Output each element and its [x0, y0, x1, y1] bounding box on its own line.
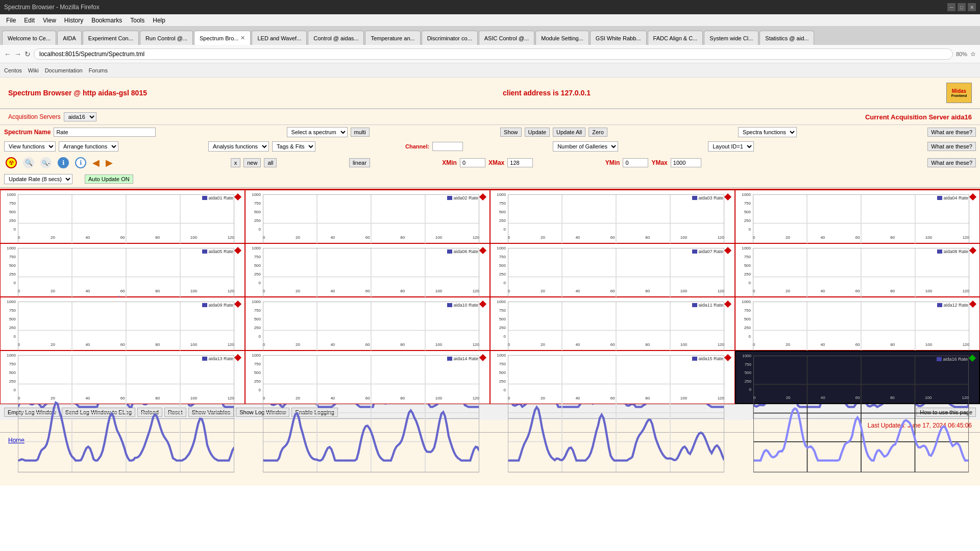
analysis-functions-select[interactable]: Analysis functions — [208, 141, 269, 152]
tab-asic[interactable]: ASIC Control @... — [479, 31, 535, 45]
what-are-these-2[interactable]: What are these? — [927, 142, 976, 151]
tab-runcontrol[interactable]: Run Control @... — [140, 31, 193, 45]
xaxis-20: 20 — [51, 289, 55, 293]
all-button[interactable]: all — [264, 158, 277, 167]
update-button[interactable]: Update — [525, 128, 550, 137]
tab-module[interactable]: Module Setting... — [535, 31, 589, 45]
tab-statistics[interactable]: Statistics @ aid... — [760, 31, 814, 45]
url-bar: ← → ↻ 80% ☆ — [0, 45, 980, 63]
xaxis-120: 120 — [473, 235, 479, 240]
menu-history[interactable]: History — [60, 16, 87, 25]
left-arrow-button[interactable]: ◀ — [91, 156, 101, 170]
tab-aida[interactable]: AIDA — [57, 31, 82, 45]
xaxis-120: 120 — [228, 289, 234, 293]
zero-button[interactable]: Zero — [589, 128, 607, 137]
chart-label-text-aida09: aida09 Rate — [208, 303, 233, 308]
tab-close-icon[interactable]: ✕ — [240, 35, 245, 41]
yaxis-1000: 1000 — [3, 299, 16, 304]
linear-button[interactable]: linear — [349, 158, 370, 167]
x-button[interactable]: x — [231, 158, 241, 167]
spectrum-name-input[interactable] — [54, 128, 156, 137]
chart-cell-aida05[interactable]: 1000 750 500 250 0 — [0, 243, 245, 297]
yaxis-500: 500 — [493, 317, 506, 321]
back-button[interactable]: ← — [4, 50, 11, 58]
menu-bookmarks[interactable]: Bookmarks — [87, 16, 126, 25]
menu-tools[interactable]: Tools — [126, 16, 149, 25]
ymin-input[interactable] — [623, 158, 648, 167]
xaxis-40: 40 — [85, 235, 90, 240]
minimize-button[interactable]: ─ — [947, 3, 955, 11]
hazard-icon-button[interactable]: ☢ — [4, 156, 18, 170]
arrange-functions-select[interactable]: Arrange functions — [59, 141, 118, 152]
update-rate-select[interactable]: Update Rate (8 secs) — [4, 174, 72, 184]
bookmark-documentation[interactable]: Documentation — [45, 67, 83, 73]
tab-experiment[interactable]: Experiment Con... — [83, 31, 139, 45]
tab-fadc[interactable]: FADC Align & C... — [648, 31, 703, 45]
acq-server-select[interactable]: aida16 — [64, 112, 96, 121]
select-spectrum-dropdown[interactable]: Select a spectrum — [287, 127, 348, 137]
ymax-input[interactable] — [671, 158, 701, 167]
tab-temperature[interactable]: Temperature an... — [365, 31, 420, 45]
info-icon-button[interactable]: ℹ — [56, 156, 70, 170]
chart-cell-aida14[interactable]: 1000 750 500 250 0 — [245, 350, 490, 404]
xaxis-0: 0 — [508, 342, 510, 347]
chart-cell-aida04[interactable]: 1000 750 500 250 0 — [735, 190, 980, 243]
info2-icon-button[interactable]: ℹ — [74, 156, 88, 170]
xaxis-60: 60 — [855, 342, 860, 347]
menu-file[interactable]: File — [2, 16, 20, 25]
reload-button[interactable]: ↻ — [24, 50, 31, 58]
tab-led[interactable]: LED and Wavef... — [252, 31, 307, 45]
chart-cell-aida15[interactable]: 1000 750 500 250 0 — [490, 350, 735, 404]
chart-cell-aida07[interactable]: 1000 750 500 250 0 — [490, 243, 735, 297]
chart-cell-aida12[interactable]: 1000 750 500 250 0 — [735, 297, 980, 350]
update-all-button[interactable]: Update All — [553, 128, 585, 137]
chart-cell-aida03[interactable]: 1000 750 500 250 0 — [490, 190, 735, 243]
multi-button[interactable]: multi — [351, 128, 370, 137]
xaxis-120: 120 — [228, 235, 234, 240]
chart-cell-aida09[interactable]: 1000 750 500 250 0 — [0, 297, 245, 350]
what-are-these-3[interactable]: What are these? — [927, 158, 976, 167]
layout-select[interactable]: Layout ID=1 — [708, 141, 754, 152]
bookmark-wiki[interactable]: Wiki — [28, 67, 39, 73]
tab-system[interactable]: System wide Cl... — [704, 31, 758, 45]
close-button[interactable]: ✕ — [968, 3, 976, 11]
menu-help[interactable]: Help — [149, 16, 169, 25]
chart-cell-aida06[interactable]: 1000 750 500 250 0 — [245, 243, 490, 297]
tab-control[interactable]: Control @ aidas... — [308, 31, 364, 45]
tab-spectrum[interactable]: Spectrum Bro...✕ — [194, 31, 251, 45]
chart-cell-aida02[interactable]: 1000 750 500 250 0 — [245, 190, 490, 243]
xmax-input[interactable] — [507, 158, 533, 167]
spectra-functions-select[interactable]: Spectra functions — [738, 127, 797, 137]
new-button[interactable]: new — [243, 158, 261, 167]
chart-cell-aida01[interactable]: 1000 750 500 250 0 — [0, 190, 245, 243]
chart-cell-aida08[interactable]: 1000 750 500 250 0 — [735, 243, 980, 297]
channel-input[interactable] — [432, 142, 463, 151]
chart-cell-aida16[interactable]: 1000 750 500 250 0 — [735, 350, 980, 404]
what-are-these-1[interactable]: What are these? — [927, 128, 976, 137]
bookmark-icon[interactable]: ☆ — [970, 51, 976, 58]
url-input[interactable] — [34, 48, 953, 60]
yaxis-250: 250 — [493, 218, 506, 223]
tab-gsi[interactable]: GSI White Rabb... — [590, 31, 647, 45]
tags-fits-select[interactable]: Tags & Fits — [272, 141, 315, 152]
bookmark-centos[interactable]: Centos — [4, 67, 22, 73]
chart-legend-aida06: aida06 Rate — [447, 249, 478, 254]
chart-cell-aida11[interactable]: 1000 750 500 250 0 — [490, 297, 735, 350]
maximize-button[interactable]: □ — [958, 3, 966, 11]
tab-welcome[interactable]: Welcome to Ce... — [2, 31, 56, 45]
xmin-input[interactable] — [460, 158, 485, 167]
right-arrow-button[interactable]: ▶ — [104, 156, 114, 170]
chart-cell-aida13[interactable]: 1000 750 500 250 0 — [0, 350, 245, 404]
menu-edit[interactable]: Edit — [20, 16, 39, 25]
bookmark-forums[interactable]: Forums — [89, 67, 108, 73]
show-button[interactable]: Show — [500, 128, 522, 137]
search-icon-button[interactable]: 🔍 — [21, 156, 36, 170]
search-minus-icon-button[interactable]: 🔍- — [39, 156, 53, 170]
menu-view[interactable]: View — [39, 16, 60, 25]
forward-button[interactable]: → — [14, 50, 21, 58]
auto-update-button[interactable]: Auto Update ON — [85, 174, 133, 184]
chart-cell-aida10[interactable]: 1000 750 500 250 0 — [245, 297, 490, 350]
number-galleries-select[interactable]: Number of Galleries — [553, 141, 618, 152]
tab-discriminator[interactable]: Discriminator co... — [422, 31, 478, 45]
view-functions-select[interactable]: View functions — [4, 141, 56, 152]
